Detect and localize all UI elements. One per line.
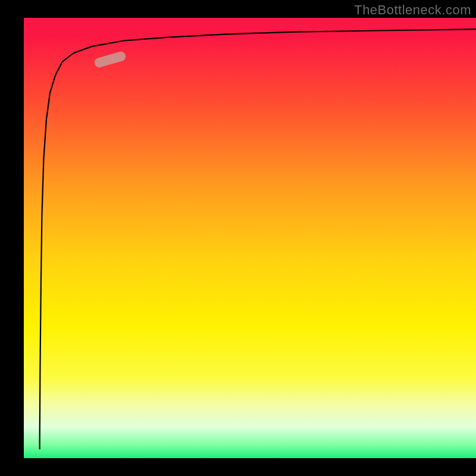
watermark-text: TheBottleneck.com xyxy=(354,2,471,18)
chart-svg xyxy=(24,18,476,458)
chart-container: TheBottleneck.com xyxy=(0,0,476,476)
curve-line xyxy=(40,29,476,449)
curve-marker xyxy=(93,51,127,68)
